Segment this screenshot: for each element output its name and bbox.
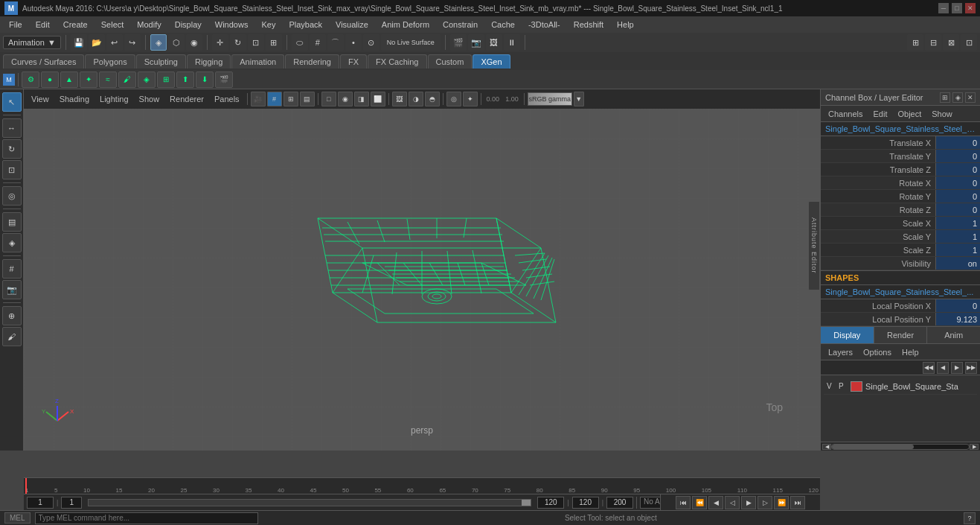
grid-toggle-btn[interactable]: # [267,92,282,106]
tab-xgen[interactable]: XGen [473,54,510,69]
paint-select-btn[interactable]: ◉ [186,34,202,51]
lasso-select-btn[interactable]: ⬡ [168,34,185,51]
view-cube-btn[interactable]: ⊞ [284,92,298,106]
play-fwd-btn[interactable]: ▶ [741,496,756,509]
timeline-area[interactable]: 1 5 10 15 20 25 30 35 40 45 50 55 60 65 … [24,477,820,494]
help-line-btn[interactable]: ? [964,512,976,524]
ao-btn[interactable]: ◓ [425,92,440,106]
menu-file[interactable]: File [3,19,28,31]
ch-value-sx[interactable]: 1 [935,217,980,229]
snap-curve-btn[interactable]: ⌒ [327,34,344,51]
render-current-btn[interactable]: 🎬 [450,34,467,51]
camera-btn[interactable]: 📷 [2,280,22,299]
select-mode-btn[interactable]: ↖ [2,92,22,112]
xgen-sphere-btn[interactable]: ● [41,71,59,88]
soft-select-lt-btn[interactable]: ◎ [2,186,22,206]
channel-box-icon1[interactable]: ⊞ [940,92,950,103]
ch-value-sz[interactable]: 1 [935,244,980,256]
scale-btn[interactable]: ⊡ [2,160,22,179]
menu-visualize[interactable]: Visualize [330,19,374,31]
ch-value-rz[interactable]: 0 [935,203,980,216]
menu-windows[interactable]: Windows [209,19,254,31]
undo-btn[interactable]: ↩ [106,34,123,51]
soft-select-btn[interactable]: ⬭ [292,34,308,51]
xgen-select-btn[interactable]: ◈ [138,71,156,88]
menu-3dtoall[interactable]: -3DtoAll- [522,19,566,31]
display-layer-btn[interactable]: ▤ [2,212,22,232]
viewport-render-btn[interactable]: 🖼 [486,34,502,51]
local-pos-y-row[interactable]: Local Position Y 9.123 [821,313,980,326]
local-pos-x-row[interactable]: Local Position X 0 [821,299,980,313]
smooth-shade-btn[interactable]: ◉ [338,92,353,106]
channel-row-sz[interactable]: Scale Z 1 [821,244,980,257]
xgen-hair-btn[interactable]: ≈ [99,71,117,88]
vp-menu-view[interactable]: View [27,93,54,105]
color-space-indicator[interactable]: sRGB gamma [528,92,572,106]
menu-animdeform[interactable]: Anim Deform [376,19,435,31]
object-name[interactable]: Single_Bowl_Square_Stainless_Steel_I... [821,122,980,136]
vp-menu-panels[interactable]: Panels [210,93,244,105]
tex-display-btn[interactable]: 🖼 [392,92,407,106]
move-tool-btn[interactable]: ✛ [212,34,228,51]
xgen-render-btn[interactable]: 🎬 [215,71,233,88]
xgen-tube-btn[interactable]: ▲ [60,71,78,88]
tab-anim[interactable]: Anim [927,327,980,343]
lp-value-y[interactable]: 9.123 [935,313,980,325]
grid-btn[interactable]: # [2,259,22,279]
redo-btn[interactable]: ↪ [124,34,141,51]
scale-tool-btn[interactable]: ⊡ [248,34,264,51]
snap-point-btn[interactable]: • [345,34,362,51]
select-tool-btn[interactable]: ◈ [150,34,167,51]
translate-btn[interactable]: ↔ [2,118,22,138]
layer-menu-layers[interactable]: Layers [824,346,857,358]
ch-menu-object[interactable]: Object [893,108,926,120]
attribute-editor-tab[interactable]: Attribute Editor [808,201,820,290]
snap-surface-btn[interactable]: ⊙ [363,34,379,51]
wireframe-btn[interactable]: □ [321,92,336,106]
channel-row-rz[interactable]: Rotate Z 0 [821,203,980,217]
ch-menu-edit[interactable]: Edit [868,108,891,120]
channel-row-tx[interactable]: Translate X 0 [821,136,980,150]
paint-btn[interactable]: 🖌 [2,327,22,346]
scroll-track[interactable] [831,444,970,450]
layer-menu-help[interactable]: Help [897,346,923,358]
channel-box-close[interactable]: ✕ [965,92,976,103]
scroll-thumb[interactable] [832,445,914,449]
channel-row-rx[interactable]: Rotate X 0 [821,176,980,190]
tab-custom[interactable]: Custom [428,54,473,69]
ipr-render-btn[interactable]: 📷 [468,34,484,51]
layout-btn1[interactable]: ⊞ [907,34,923,51]
menu-key[interactable]: Key [255,19,281,31]
current-frame-input[interactable] [27,497,54,509]
save-scene-btn[interactable]: 💾 [71,34,87,51]
color-space-dropdown[interactable]: ▼ [574,92,584,106]
range-slider[interactable] [88,499,531,506]
select-highlight-btn[interactable]: ✦ [463,92,478,106]
menu-playback[interactable]: Playback [283,19,328,31]
bounding-box-btn[interactable]: ⬜ [371,92,385,106]
ch-menu-show[interactable]: Show [927,108,957,120]
tab-curves-surfaces[interactable]: Curves / Surfaces [3,54,84,69]
shadow-btn[interactable]: ◑ [409,92,423,106]
xgen-create-btn[interactable]: ⚙ [22,71,39,88]
ch-value-ty[interactable]: 0 [935,150,980,162]
xgen-paint-btn[interactable]: 🖌 [118,71,136,88]
channel-row-vis[interactable]: Visibility on [821,257,980,270]
tab-polygons[interactable]: Polygons [85,54,135,69]
layer-scrollbar[interactable]: ◀ ▶ [821,442,980,451]
step-back-btn[interactable]: ◀ [708,496,723,509]
ch-value-tz[interactable]: 0 [935,163,980,176]
lp-value-x[interactable]: 0 [935,299,980,312]
pause-btn[interactable]: ⏸ [504,34,520,51]
tab-fx-caching[interactable]: FX Caching [368,54,426,69]
next-key-btn[interactable]: ⏩ [774,496,789,509]
xgen-export-btn[interactable]: ⬆ [176,71,194,88]
menu-modify[interactable]: Modify [131,19,167,31]
axis-btn[interactable]: ⊕ [2,306,22,325]
playback-end-input[interactable] [537,497,564,509]
ch-value-sy[interactable]: 1 [935,230,980,243]
layer-nav-prev-prev[interactable]: ◀◀ [923,362,935,374]
shape-name[interactable]: Single_Bowl_Square_Stainless_Steel_... [821,285,980,299]
tab-fx[interactable]: FX [340,54,367,69]
xgen-guide-btn[interactable]: ✦ [80,71,97,88]
